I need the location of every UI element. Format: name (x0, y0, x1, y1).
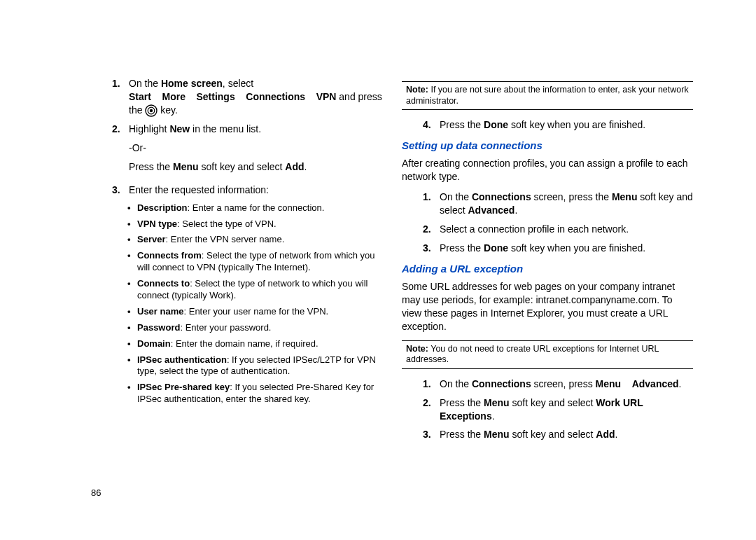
ok-key-icon (145, 104, 158, 117)
dc-step-2: 2. Select a connection profile in each n… (423, 223, 693, 236)
note-box-2: Note: You do not need to create URL exce… (402, 340, 693, 369)
heading-url-exception: Adding a URL exception (402, 262, 693, 276)
page-number: 86 (91, 487, 101, 499)
bullet-user-name: •User name: Enter your user name for the… (127, 306, 382, 318)
or-text: -Or- (129, 141, 382, 155)
bullet-description: •Description: Enter a name for the conne… (127, 202, 382, 214)
right-column: Note: If you are not sure about the info… (402, 77, 693, 447)
bullet-connects-to: •Connects to: Select the type of network… (127, 278, 382, 302)
bullet-server: •Server: Enter the VPN server name. (127, 234, 382, 246)
dc-step-1: 1. On the Connections screen, press the … (423, 191, 693, 217)
url-step-2: 2. Press the Menu soft key and select Wo… (423, 396, 693, 423)
step-1: 1. On the Home screen, select Start More… (112, 77, 382, 117)
bullet-domain: •Domain: Enter the domain name, if requi… (127, 338, 382, 350)
bullet-list: •Description: Enter a name for the conne… (127, 202, 382, 406)
bullet-connects-from: •Connects from: Select the type of netwo… (127, 250, 382, 274)
step-3: 3. Enter the requested information: (112, 184, 382, 197)
para-data-connections: After creating connection profiles, you … (402, 157, 693, 184)
bullet-vpn-type: •VPN type: Select the type of VPN. (127, 219, 382, 230)
svg-point-2 (150, 109, 153, 112)
step-2: 2. Highlight New in the menu list. -Or- … (112, 123, 382, 178)
heading-data-connections: Setting up data connections (402, 139, 693, 153)
step-4: 4. Press the Done soft key when you are … (423, 118, 693, 132)
url-step-1: 1. On the Connections screen, press Menu… (423, 378, 693, 391)
dc-step-3: 3. Press the Done soft key when you are … (423, 242, 693, 255)
bullet-password: •Password: Enter your password. (127, 322, 382, 334)
left-column: 1. On the Home screen, select Start More… (91, 77, 382, 447)
bullet-ipsec-psk: •IPSec Pre-shared key: If you selected P… (127, 382, 382, 406)
url-step-3: 3. Press the Menu soft key and select Ad… (423, 428, 693, 441)
note-box-1: Note: If you are not sure about the info… (402, 81, 693, 110)
bullet-ipsec-auth: •IPSec authentication: If you selected I… (127, 354, 382, 378)
para-url-exception: Some URL addresses for web pages on your… (402, 280, 693, 333)
